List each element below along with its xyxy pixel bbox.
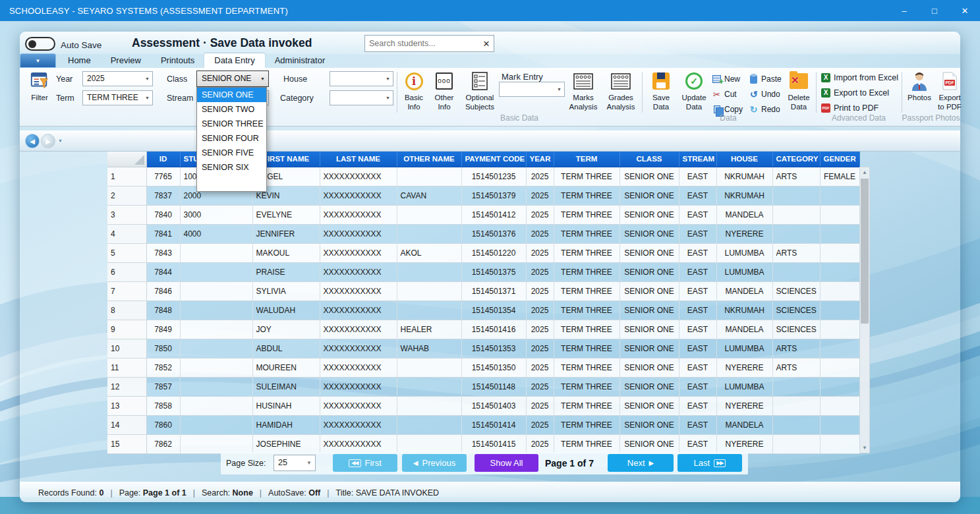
cell[interactable]: 7848 xyxy=(146,300,180,320)
row-number[interactable]: 3 xyxy=(107,205,146,224)
cell[interactable]: XXXXXXXXXXX xyxy=(320,186,397,205)
cell[interactable]: EAST xyxy=(679,300,716,320)
cell[interactable]: LUMUMBA xyxy=(716,377,772,396)
cell[interactable] xyxy=(772,377,820,396)
page-size-select[interactable]: 25▼ xyxy=(274,455,316,471)
column-header[interactable]: STREAM xyxy=(679,152,716,167)
cell[interactable]: SYLIVIA xyxy=(252,281,320,300)
table-row[interactable]: 378403000EVELYNEXXXXXXXXXXX1514501412202… xyxy=(107,205,859,224)
minimize-button[interactable]: – xyxy=(889,0,919,21)
cell[interactable]: TERM THREE xyxy=(554,377,620,396)
class-select[interactable]: SENIOR ONE ▼ xyxy=(196,71,269,87)
cell[interactable]: XXXXXXXXXXX xyxy=(320,205,397,224)
cell[interactable]: NKRUMAH xyxy=(716,186,772,205)
row-number[interactable]: 9 xyxy=(107,320,146,339)
table-row[interactable]: 147860HAMIDAHXXXXXXXXXXX15145014142025TE… xyxy=(107,415,859,434)
table-row[interactable]: 57843MAKOULXXXXXXXXXXXAKOL15145012202025… xyxy=(107,243,859,262)
cell[interactable]: SENIOR ONE xyxy=(620,300,679,320)
cell[interactable]: 1514501376 xyxy=(461,224,526,243)
cell[interactable]: EAST xyxy=(679,320,716,339)
cell[interactable]: 4000 xyxy=(180,224,252,243)
select-all-corner[interactable] xyxy=(107,152,146,167)
cell[interactable] xyxy=(820,243,859,262)
cell[interactable]: 2025 xyxy=(526,281,554,300)
next-page-button[interactable]: Next▶ xyxy=(608,454,674,472)
cell[interactable]: EAST xyxy=(679,396,716,415)
cell[interactable] xyxy=(820,224,859,243)
cell[interactable]: 1514501415 xyxy=(461,434,526,453)
cell[interactable]: SENIOR ONE xyxy=(620,167,679,186)
cell[interactable] xyxy=(772,434,820,453)
cell[interactable]: EAST xyxy=(679,243,716,262)
mark-entry-select[interactable]: ▼ xyxy=(499,82,565,97)
cell[interactable]: CAVAN xyxy=(397,186,461,205)
update-data-button[interactable]: ✓ Update Data xyxy=(677,71,710,111)
class-option[interactable]: SENIOR ONE xyxy=(197,88,266,102)
cell[interactable]: SCIENCES xyxy=(772,281,820,300)
cell[interactable]: SENIOR ONE xyxy=(620,262,679,281)
cell[interactable] xyxy=(397,358,461,377)
cell[interactable] xyxy=(180,434,252,453)
cell[interactable]: 2025 xyxy=(526,186,554,205)
class-option[interactable]: SENIOR FIVE xyxy=(197,146,266,160)
maximize-button[interactable]: □ xyxy=(919,0,950,21)
show-all-button[interactable]: Show All xyxy=(475,454,538,472)
cell[interactable]: SENIOR ONE xyxy=(620,339,679,358)
search-clear-icon[interactable]: ✕ xyxy=(479,39,494,49)
cell[interactable] xyxy=(820,339,859,358)
export-to-excel-button[interactable]: XExport to Excel xyxy=(821,88,889,98)
cell[interactable]: LUMUMBA xyxy=(716,262,772,281)
column-header[interactable]: PAYMENT CODE xyxy=(461,152,526,167)
cell[interactable]: TERM THREE xyxy=(554,339,620,358)
cell[interactable]: TERM THREE xyxy=(554,262,620,281)
house-select[interactable]: ▼ xyxy=(330,71,393,86)
cell[interactable] xyxy=(820,205,859,224)
cell[interactable]: NKRUMAH xyxy=(716,167,772,186)
cell[interactable]: MANDELA xyxy=(716,320,772,339)
new-button[interactable]: New xyxy=(712,73,740,85)
cell[interactable] xyxy=(397,415,461,434)
cell[interactable] xyxy=(180,300,252,320)
cell[interactable] xyxy=(820,262,859,281)
cell[interactable]: SENIOR ONE xyxy=(620,415,679,434)
cell[interactable]: 7860 xyxy=(146,415,180,434)
class-option[interactable]: SENIOR FOUR xyxy=(197,131,266,146)
cell[interactable]: SENIOR ONE xyxy=(620,224,679,243)
cell[interactable]: 1514501416 xyxy=(461,320,526,339)
cell[interactable]: SCIENCES xyxy=(772,320,820,339)
cell[interactable]: 7849 xyxy=(146,320,180,339)
cell[interactable]: 1514501235 xyxy=(461,167,526,186)
cell[interactable] xyxy=(180,243,252,262)
marks-analysis-button[interactable]: Marks Analysis xyxy=(565,71,601,111)
cell[interactable]: TERM THREE xyxy=(554,224,620,243)
close-button[interactable]: ✕ xyxy=(950,0,980,21)
filter-button[interactable]: Filter xyxy=(22,71,57,103)
cell[interactable]: NKRUMAH xyxy=(716,300,772,320)
photos-button[interactable]: Photos xyxy=(906,71,933,103)
row-number[interactable]: 14 xyxy=(107,415,146,434)
cell[interactable]: NYERERE xyxy=(716,224,772,243)
cell[interactable]: 7846 xyxy=(146,281,180,300)
cell[interactable]: SENIOR ONE xyxy=(620,243,679,262)
column-header[interactable]: TERM xyxy=(554,152,620,167)
table-row[interactable]: 87848WALUDAHXXXXXXXXXXX15145013542025TER… xyxy=(107,300,859,320)
cell[interactable] xyxy=(397,300,461,320)
cell[interactable]: 3000 xyxy=(180,205,252,224)
row-number[interactable]: 10 xyxy=(107,339,146,358)
cell[interactable]: 1514501353 xyxy=(461,339,526,358)
cell[interactable]: SENIOR ONE xyxy=(620,205,679,224)
cell[interactable] xyxy=(397,377,461,396)
cell[interactable] xyxy=(820,415,859,434)
cell[interactable]: TERM THREE xyxy=(554,396,620,415)
cell[interactable]: ABDUL xyxy=(252,339,320,358)
cell[interactable]: LUMUMBA xyxy=(716,243,772,262)
table-row[interactable]: 127857SULEIMANXXXXXXXXXXX15145011482025T… xyxy=(107,377,859,396)
cell[interactable]: XXXXXXXXXXX xyxy=(320,262,397,281)
search-input[interactable] xyxy=(365,39,479,48)
cell[interactable]: TERM THREE xyxy=(554,281,620,300)
cell[interactable] xyxy=(820,320,859,339)
first-page-button[interactable]: ◀◀First xyxy=(333,454,397,472)
cell[interactable] xyxy=(180,281,252,300)
column-header[interactable]: OTHER NAME xyxy=(397,152,461,167)
row-number[interactable]: 12 xyxy=(107,377,146,396)
